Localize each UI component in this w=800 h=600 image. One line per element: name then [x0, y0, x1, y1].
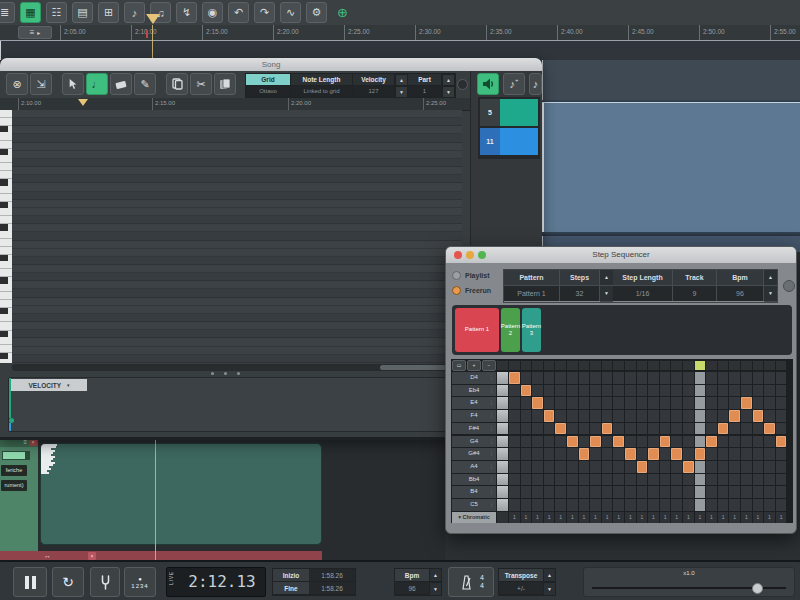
step-cell[interactable]: [544, 436, 555, 448]
step-cell[interactable]: [637, 486, 648, 498]
step-cell[interactable]: [695, 436, 706, 448]
step-cell[interactable]: [555, 385, 566, 397]
step-cell[interactable]: [579, 436, 590, 448]
row-drag-handle[interactable]: ⋮: [489, 461, 494, 473]
step-cell[interactable]: [602, 436, 613, 448]
freerun-mode-option[interactable]: Freerun: [452, 283, 491, 298]
step-cell[interactable]: [637, 410, 648, 422]
step-indicator-cell[interactable]: [741, 361, 752, 370]
piano-key[interactable]: [0, 141, 12, 149]
step-cell[interactable]: [660, 474, 671, 486]
step-cell[interactable]: [706, 474, 717, 486]
step-cell[interactable]: [729, 448, 740, 460]
step-indicator-cell[interactable]: [567, 361, 578, 370]
step-cell-on[interactable]: [544, 410, 555, 422]
piano-key[interactable]: [0, 216, 12, 224]
step-cell[interactable]: [590, 397, 601, 409]
step-cell[interactable]: [660, 372, 671, 384]
bpm-up[interactable]: ▲: [429, 568, 442, 582]
step-cell[interactable]: [718, 385, 729, 397]
step-cell[interactable]: [741, 448, 752, 460]
step-cell-on[interactable]: [567, 436, 578, 448]
close-button[interactable]: ⊗: [6, 73, 28, 95]
step-cell[interactable]: [521, 397, 532, 409]
step-cell[interactable]: [753, 372, 764, 384]
step-cell[interactable]: [567, 372, 578, 384]
step-cell[interactable]: [718, 474, 729, 486]
step-cell[interactable]: [590, 448, 601, 460]
step-cell[interactable]: [532, 423, 543, 435]
step-cell[interactable]: [590, 385, 601, 397]
step-cell[interactable]: [567, 385, 578, 397]
step-cell[interactable]: [753, 474, 764, 486]
track-volume-slider[interactable]: [2, 451, 30, 460]
step-cell[interactable]: [660, 448, 671, 460]
step-cell[interactable]: [776, 499, 787, 511]
step-cell[interactable]: [683, 372, 694, 384]
step-cell[interactable]: [637, 397, 648, 409]
step-cell[interactable]: [555, 448, 566, 460]
step-indicator-cell[interactable]: [521, 361, 532, 370]
step-cell-on[interactable]: [590, 436, 601, 448]
sequencer-knob[interactable]: [783, 280, 795, 292]
export-button[interactable]: ⇲: [30, 73, 52, 95]
step-sequencer-button[interactable]: ▦: [20, 2, 41, 23]
step-value-cell[interactable]: 1: [683, 512, 694, 523]
part-up-button[interactable]: ▲: [442, 74, 455, 86]
step-cell[interactable]: [729, 486, 740, 498]
draw-tool-button[interactable]: ♩: [86, 73, 108, 95]
track-name-badge[interactable]: feriche: [1, 465, 27, 476]
step-cell[interactable]: [753, 448, 764, 460]
row-preview-cell[interactable]: [497, 486, 508, 498]
step-cell[interactable]: [718, 448, 729, 460]
grid-editor-button[interactable]: ⊞: [98, 2, 119, 23]
step-cell-on[interactable]: [776, 436, 787, 448]
midi-clip[interactable]: [40, 443, 322, 545]
playlist-radio[interactable]: [452, 271, 461, 280]
step-cell[interactable]: [567, 474, 578, 486]
row-label-C5[interactable]: C5⋮: [452, 499, 496, 511]
row-drag-handle[interactable]: ⋮: [489, 436, 494, 448]
step-cell[interactable]: [625, 397, 636, 409]
freerun-radio[interactable]: [452, 286, 461, 295]
row-label-B4[interactable]: B4⋮: [452, 486, 496, 498]
step-cell[interactable]: [729, 385, 740, 397]
velocity-down-button[interactable]: ▼: [395, 86, 408, 98]
step-cell[interactable]: [625, 410, 636, 422]
row-drag-handle[interactable]: ⋮: [489, 397, 494, 409]
step-cell[interactable]: [521, 474, 532, 486]
step-cell[interactable]: [613, 397, 624, 409]
step-cell[interactable]: [671, 461, 682, 473]
step-cell[interactable]: [671, 499, 682, 511]
piano-key[interactable]: [0, 239, 12, 247]
add-note-button[interactable]: ♪+: [503, 73, 525, 95]
pattern-button[interactable]: Pattern 1: [455, 308, 499, 352]
piano-key[interactable]: [0, 261, 12, 269]
step-cell[interactable]: [579, 397, 590, 409]
step-cell[interactable]: [741, 486, 752, 498]
step-cell[interactable]: [613, 372, 624, 384]
step-cell[interactable]: [509, 436, 520, 448]
step-cell[interactable]: [671, 423, 682, 435]
step-cell[interactable]: [753, 397, 764, 409]
row-label-F4[interactable]: F4⋮: [452, 410, 496, 422]
step-cell[interactable]: [753, 499, 764, 511]
step-indicator-cell[interactable]: [648, 361, 659, 370]
step-cell[interactable]: [729, 423, 740, 435]
row-label-G4[interactable]: G4⋮: [452, 436, 496, 448]
step-cell[interactable]: [776, 410, 787, 422]
playlist-mode-option[interactable]: Playlist: [452, 268, 491, 283]
step-cell[interactable]: [544, 448, 555, 460]
step-cell[interactable]: [695, 397, 706, 409]
step-cell-on[interactable]: [613, 436, 624, 448]
step-cell[interactable]: [776, 486, 787, 498]
settings-knob[interactable]: [457, 79, 468, 90]
step-cell[interactable]: [625, 474, 636, 486]
step-cell[interactable]: [729, 372, 740, 384]
step-cell[interactable]: [509, 397, 520, 409]
step-cell[interactable]: [729, 474, 740, 486]
step-cell[interactable]: [579, 461, 590, 473]
steps-value[interactable]: 32: [560, 286, 600, 301]
step-cell[interactable]: [648, 423, 659, 435]
zoom-slider-knob[interactable]: [752, 583, 763, 594]
